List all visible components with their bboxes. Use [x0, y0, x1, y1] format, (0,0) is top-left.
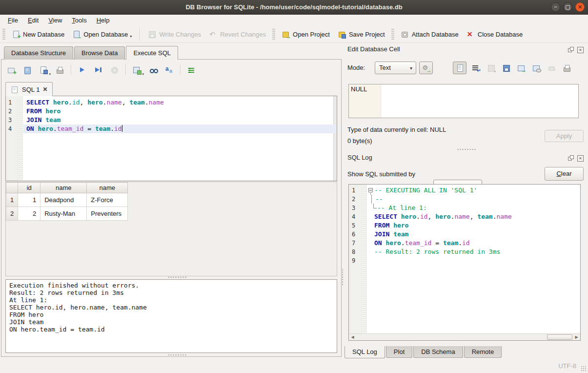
tab-browse-data[interactable]: Browse Data: [74, 46, 125, 60]
editor-line[interactable]: 3JOIN team: [6, 116, 337, 124]
table-row[interactable]: 11DeadpondZ-Force: [6, 193, 128, 207]
menu-tools[interactable]: Tools: [67, 15, 91, 25]
close-button[interactable]: ✕: [575, 2, 585, 12]
column-header-name[interactable]: name: [87, 183, 128, 193]
cell[interactable]: Preventers: [87, 207, 128, 221]
log-horizontal-scrollbar[interactable]: ◀ ▶: [349, 333, 580, 340]
cell[interactable]: 2: [18, 207, 41, 221]
open-database-button[interactable]: Open Database▾: [68, 28, 136, 41]
close-sql-tab-icon[interactable]: ✕: [42, 86, 47, 93]
tab-execute-sql[interactable]: Execute SQL: [126, 46, 178, 60]
apply-mode-button[interactable]: [419, 62, 433, 74]
column-header-name[interactable]: name: [41, 183, 87, 193]
dock-tab-plot[interactable]: Plot: [386, 346, 412, 358]
new-database-button[interactable]: New Database: [8, 28, 68, 41]
close-cell-panel-icon[interactable]: [577, 46, 585, 54]
find-replace-button[interactable]: [148, 65, 158, 75]
execution-log[interactable]: Execution finished without errors.Result…: [5, 279, 337, 353]
format-sql-button[interactable]: [186, 65, 197, 75]
dock-tab-db-schema[interactable]: DB Schema: [413, 346, 463, 358]
save-results-button[interactable]: ▾: [132, 65, 142, 75]
cell[interactable]: Deadpond: [41, 193, 87, 207]
cell-type-info: Type of data currently in cell: NULL: [347, 126, 446, 133]
sql-editor-tab[interactable]: SQL 1 ✕: [5, 82, 53, 96]
word-wrap-button[interactable]: [470, 62, 482, 74]
line-number: 1: [352, 186, 355, 195]
save-as-button[interactable]: [500, 62, 512, 74]
dropdown-arrow-icon[interactable]: ▾: [142, 72, 144, 76]
cell-editor[interactable]: NULL: [348, 84, 579, 118]
scroll-right-icon[interactable]: ▶: [573, 334, 580, 340]
menu-edit[interactable]: Edit: [23, 15, 43, 25]
line-number: 4: [352, 212, 355, 221]
results-log-splitter[interactable]: [167, 276, 187, 279]
set-null-icon: [547, 64, 556, 72]
scroll-left-icon[interactable]: ◀: [349, 334, 356, 340]
cell-mode-select[interactable]: Text: [375, 62, 416, 74]
export-cell-button[interactable]: [515, 62, 527, 74]
editor-line[interactable]: 1SELECT hero.id, hero.name, team.name: [6, 98, 337, 107]
new-sql-tab-button[interactable]: [6, 65, 17, 75]
cell[interactable]: Z-Force: [87, 193, 128, 207]
open-project-button[interactable]: Open Project: [278, 28, 334, 41]
close-log-panel-icon[interactable]: [577, 154, 585, 163]
cell[interactable]: 1: [18, 193, 41, 207]
text-mode-button[interactable]: [453, 62, 466, 74]
log-line: 1-- EXECUTING ALL IN 'SQL 1': [349, 186, 580, 195]
cell[interactable]: Rusty-Man: [41, 207, 87, 221]
dock-splitter[interactable]: [457, 148, 476, 151]
mode-label: Mode:: [347, 64, 365, 71]
open-sql-file-icon: [23, 66, 32, 74]
close-database-button[interactable]: Close Database: [463, 28, 527, 41]
attach-database-button[interactable]: Attach Database: [397, 28, 463, 41]
fold-marker[interactable]: [367, 186, 374, 195]
titlebar[interactable]: DB Browser for SQLite - /home/user/code/…: [0, 0, 588, 15]
menu-view[interactable]: View: [43, 15, 67, 25]
dock-tab-remote[interactable]: Remote: [464, 346, 502, 358]
table-row[interactable]: 22Rusty-ManPreventers: [6, 207, 128, 221]
apply-button: Apply: [545, 130, 584, 142]
log-line: 5FROM hero: [349, 221, 580, 230]
column-header-id[interactable]: id: [18, 183, 41, 193]
editor-line[interactable]: 4ON hero.team_id = team.id: [6, 124, 337, 133]
print-sql-button[interactable]: [55, 65, 65, 75]
row-header[interactable]: 2: [6, 207, 18, 221]
bottom-splitter[interactable]: [167, 354, 187, 356]
sql-log-view[interactable]: 1-- EXECUTING ALL IN 'SQL 1'2--3-- At li…: [348, 184, 581, 341]
undock-cell-panel-icon[interactable]: [567, 46, 575, 54]
print-cell-button[interactable]: [561, 62, 572, 74]
panel-splitter[interactable]: [342, 269, 344, 286]
dropdown-arrow-icon[interactable]: ▾: [130, 34, 132, 39]
autocomplete-button[interactable]: [164, 65, 174, 75]
toolbar-grip[interactable]: [391, 28, 394, 40]
dropdown-arrow-icon[interactable]: ▾: [49, 72, 51, 76]
open-external-button[interactable]: [530, 62, 542, 74]
toolbar-grip[interactable]: [272, 28, 275, 40]
editor-line[interactable]: 2FROM hero: [6, 107, 337, 116]
save-sql-file-button[interactable]: ▾: [39, 65, 49, 75]
tab-database-structure[interactable]: Database Structure: [4, 46, 73, 60]
undock-log-panel-icon[interactable]: [567, 154, 575, 163]
results-table[interactable]: idnamename11DeadpondZ-Force22Rusty-ManPr…: [6, 182, 128, 221]
dock-tab-sql-log[interactable]: SQL Log: [345, 346, 385, 358]
save-project-button[interactable]: Save Project: [334, 28, 389, 41]
maximize-button[interactable]: ▢: [563, 2, 572, 12]
open-database-label: Open Database: [83, 31, 128, 38]
clear-log-button[interactable]: Clear: [545, 167, 584, 181]
execute-all-button[interactable]: [77, 65, 87, 75]
log-line: 9: [349, 256, 580, 265]
minimize-button[interactable]: −: [551, 2, 560, 12]
word-wrap-icon: [472, 64, 480, 72]
scrollbar-thumb[interactable]: [547, 334, 572, 340]
execution-log-line: FROM hero: [9, 311, 333, 318]
toolbar-separator: [180, 65, 181, 75]
resize-grip[interactable]: [581, 366, 587, 372]
menu-help[interactable]: Help: [92, 15, 115, 25]
open-sql-file-button[interactable]: [22, 65, 33, 75]
execution-log-line: ON hero.team_id = team.id: [9, 326, 333, 333]
toolbar-grip[interactable]: [2, 28, 5, 40]
sql-editor[interactable]: 1SELECT hero.id, hero.name, team.name2FR…: [5, 96, 337, 181]
menu-file[interactable]: File: [3, 15, 23, 25]
row-header[interactable]: 1: [6, 193, 18, 207]
execute-line-button[interactable]: [93, 65, 103, 75]
